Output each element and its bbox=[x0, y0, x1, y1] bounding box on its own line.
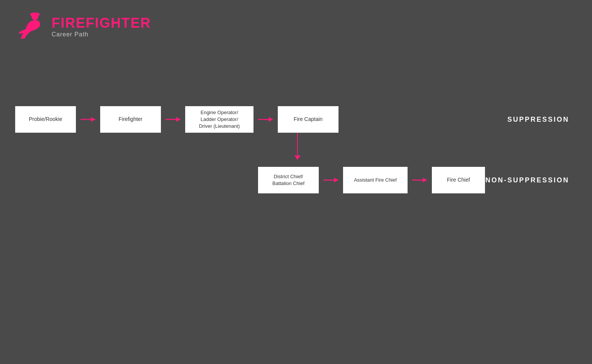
node-firefighter: Firefighter bbox=[100, 106, 161, 133]
arrow-engine-op-to-captain bbox=[258, 116, 273, 123]
node-probie: Probie/Rookie bbox=[15, 106, 76, 133]
suppression-label: SUPPRESSION bbox=[507, 116, 569, 124]
vertical-line bbox=[297, 133, 298, 155]
node-district-chief: District Chief/ Battalion Chief bbox=[258, 167, 319, 193]
arrow-asst-chief-to-fire-chief bbox=[412, 176, 427, 184]
suppression-row: Probie/Rookie Firefighter Engine Operato… bbox=[15, 106, 569, 133]
header-text: FIREFIGHTER Career Path bbox=[52, 15, 151, 38]
arrow-district-to-asst-chief bbox=[323, 176, 339, 184]
node-assistant-fire-chief: Assistant Fire Chief bbox=[343, 167, 408, 193]
svg-marker-5 bbox=[176, 117, 181, 122]
page-subtitle: Career Path bbox=[52, 31, 151, 38]
node-fire-captain: Fire Captain bbox=[278, 106, 339, 133]
node-engine-operator: Engine Operator/ Ladder Operator/ Driver… bbox=[185, 106, 253, 133]
svg-marker-11 bbox=[423, 178, 427, 182]
vertical-arrowhead bbox=[294, 155, 301, 160]
svg-marker-3 bbox=[91, 117, 96, 122]
page-title: FIREFIGHTER bbox=[52, 15, 151, 31]
arrow-firefighter-to-engine-op bbox=[165, 116, 181, 123]
node-fire-chief: Fire Chief bbox=[432, 167, 485, 193]
arrow-captain-to-district bbox=[294, 133, 301, 160]
svg-marker-9 bbox=[334, 178, 339, 182]
arrow-probie-to-firefighter bbox=[80, 116, 96, 123]
svg-point-1 bbox=[30, 13, 40, 16]
firefighter-logo-icon bbox=[15, 11, 46, 42]
svg-marker-7 bbox=[269, 117, 273, 122]
header: FIREFIGHTER Career Path bbox=[15, 11, 151, 42]
non-suppression-inner: District Chief/ Battalion Chief Assistan… bbox=[258, 167, 485, 193]
non-suppression-label: NON-SUPPRESSION bbox=[485, 176, 569, 184]
non-suppression-row: District Chief/ Battalion Chief Assistan… bbox=[15, 167, 569, 193]
